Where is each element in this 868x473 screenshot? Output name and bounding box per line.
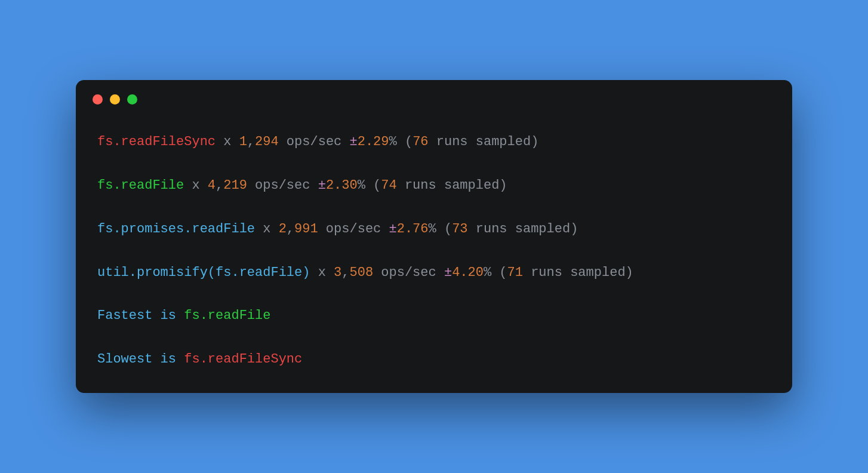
pct: % bbox=[389, 134, 397, 149]
err: 2.29 bbox=[358, 134, 389, 149]
fastest-label: Fastest is bbox=[97, 308, 184, 323]
maximize-icon[interactable] bbox=[127, 94, 137, 105]
comma: , bbox=[216, 178, 223, 193]
pm: ± bbox=[389, 222, 397, 236]
open-paren: ( bbox=[491, 265, 507, 280]
comma: , bbox=[287, 222, 294, 236]
runs: 74 bbox=[381, 178, 396, 193]
runs-sampled: runs sampled) bbox=[468, 222, 578, 236]
minimize-icon[interactable] bbox=[110, 94, 120, 105]
ops-int: 3 bbox=[334, 265, 341, 280]
terminal-content: fs.readFileSync x 1,294 ops/sec ±2.29% (… bbox=[76, 110, 792, 369]
pm: ± bbox=[444, 265, 452, 280]
open-paren: ( bbox=[436, 222, 452, 236]
ops-sec: ops/sec bbox=[247, 178, 318, 193]
slowest-label: Slowest is bbox=[97, 352, 184, 367]
x-sep: x bbox=[184, 178, 208, 193]
pm: ± bbox=[350, 134, 358, 149]
ops-int: 4 bbox=[208, 178, 216, 193]
bench-name: fs.promises.readFile bbox=[97, 222, 255, 236]
ops-frac: 508 bbox=[349, 265, 373, 280]
runs: 73 bbox=[452, 222, 467, 236]
benchmark-line: fs.readFileSync x 1,294 ops/sec ±2.29% (… bbox=[97, 133, 771, 152]
err: 2.30 bbox=[326, 178, 358, 193]
ops-int: 2 bbox=[279, 222, 287, 236]
ops-frac: 294 bbox=[255, 134, 279, 149]
ops-frac: 219 bbox=[223, 178, 247, 193]
x-sep: x bbox=[216, 134, 239, 149]
x-sep: x bbox=[255, 222, 279, 236]
comma: , bbox=[341, 265, 349, 280]
pm: ± bbox=[318, 178, 326, 193]
x-sep: x bbox=[310, 265, 334, 280]
benchmark-line: util.promisify(fs.readFile) x 3,508 ops/… bbox=[97, 264, 771, 282]
slowest-name: fs.readFileSync bbox=[184, 352, 302, 367]
terminal-window: fs.readFileSync x 1,294 ops/sec ±2.29% (… bbox=[76, 80, 792, 393]
open-paren: ( bbox=[365, 178, 381, 193]
window-titlebar bbox=[76, 80, 792, 110]
bench-name: fs.readFileSync bbox=[97, 134, 216, 149]
ops-frac: 991 bbox=[294, 222, 318, 236]
err: 4.20 bbox=[452, 265, 484, 280]
ops-sec: ops/sec bbox=[279, 134, 350, 149]
err: 2.76 bbox=[397, 222, 429, 236]
slowest-line: Slowest is fs.readFileSync bbox=[97, 351, 771, 369]
fastest-name: fs.readFile bbox=[184, 308, 270, 323]
runs: 71 bbox=[507, 265, 523, 280]
runs-sampled: runs sampled) bbox=[523, 265, 633, 280]
ops-int: 1 bbox=[239, 134, 247, 149]
runs: 76 bbox=[413, 134, 428, 149]
benchmark-line: fs.readFile x 4,219 ops/sec ±2.30% (74 r… bbox=[97, 177, 771, 195]
fastest-line: Fastest is fs.readFile bbox=[97, 307, 771, 325]
runs-sampled: runs sampled) bbox=[397, 178, 507, 193]
pct: % bbox=[429, 222, 436, 236]
runs-sampled: runs sampled) bbox=[429, 134, 539, 149]
bench-name: fs.readFile bbox=[97, 178, 184, 193]
close-icon[interactable] bbox=[93, 94, 103, 105]
open-paren: ( bbox=[397, 134, 413, 149]
benchmark-line: fs.promises.readFile x 2,991 ops/sec ±2.… bbox=[97, 220, 771, 239]
ops-sec: ops/sec bbox=[373, 265, 444, 280]
ops-sec: ops/sec bbox=[318, 222, 389, 236]
comma: , bbox=[247, 134, 255, 149]
bench-name: util.promisify(fs.readFile) bbox=[97, 265, 310, 280]
pct: % bbox=[358, 178, 365, 193]
pct: % bbox=[484, 265, 491, 280]
